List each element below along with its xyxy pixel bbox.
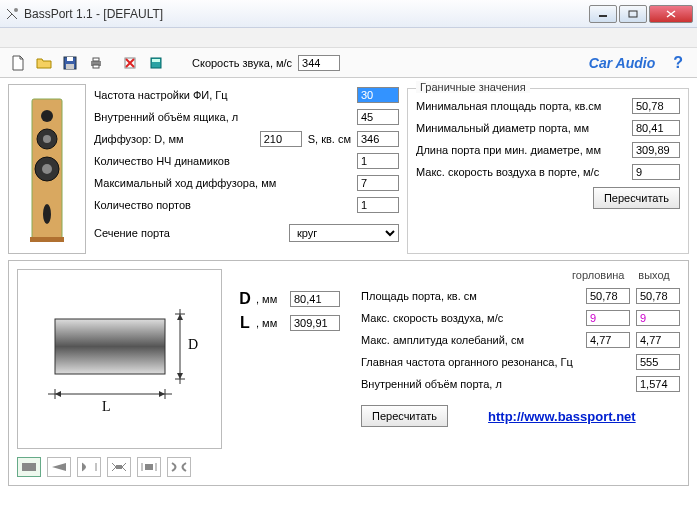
s-input[interactable] xyxy=(357,131,399,147)
minimize-button[interactable] xyxy=(589,5,617,23)
l-symbol: L xyxy=(234,314,256,332)
header-throat: горловина xyxy=(572,269,616,285)
port-vol-value xyxy=(636,376,680,392)
min-diam-value xyxy=(632,120,680,136)
svg-text:D: D xyxy=(188,337,198,352)
tuning-freq-label: Частота настройки ФИ, Гц xyxy=(94,89,357,101)
close-button[interactable] xyxy=(649,5,693,23)
shape-tab-cylinder[interactable] xyxy=(17,457,41,477)
svg-rect-29 xyxy=(22,463,36,471)
min-area-value xyxy=(632,98,680,114)
shape-tab-doubleflare2[interactable] xyxy=(137,457,161,477)
sound-speed-label: Скорость звука, м/c xyxy=(192,57,292,69)
svg-point-18 xyxy=(43,204,51,224)
svg-rect-4 xyxy=(67,57,73,61)
maximize-button[interactable] xyxy=(619,5,647,23)
results-column: горловинавыход Площадь порта, кв. см Мак… xyxy=(361,269,680,477)
lf-count-input[interactable] xyxy=(357,153,399,169)
air-vel-throat xyxy=(586,310,630,326)
port-diagram: D L xyxy=(17,269,222,449)
svg-point-17 xyxy=(42,164,52,174)
organ-value xyxy=(636,354,680,370)
svg-rect-20 xyxy=(55,319,165,374)
print-icon[interactable] xyxy=(86,53,106,73)
help-button[interactable]: ? xyxy=(673,54,683,72)
min-area-label: Минимальная площадь порта, кв.см xyxy=(416,100,632,112)
limits-group: Граничные значения Минимальная площадь п… xyxy=(407,88,689,254)
section-label: Сечение порта xyxy=(94,227,289,239)
max-air-vel-label: Макс. скорость воздуха в порте, м/c xyxy=(416,166,632,178)
header-exit: выход xyxy=(632,269,676,285)
dl-inputs: D, мм L, мм xyxy=(234,269,349,477)
limits-legend: Граничные значения xyxy=(416,81,530,93)
svg-point-0 xyxy=(14,8,18,12)
tuning-freq-input[interactable] xyxy=(357,87,399,103)
titlebar: BassPort 1.1 - [DEFAULT] xyxy=(0,0,697,28)
svg-rect-30 xyxy=(116,465,122,469)
min-diam-label: Минимальный диаметр порта, мм xyxy=(416,122,632,134)
delete-icon[interactable] xyxy=(120,53,140,73)
max-air-vel-value xyxy=(632,164,680,180)
l-unit: , мм xyxy=(256,317,290,329)
shape-tab-flare2[interactable] xyxy=(77,457,101,477)
l-input[interactable] xyxy=(290,315,340,331)
port-area-throat xyxy=(586,288,630,304)
max-excursion-label: Максимальный ход диффузора, мм xyxy=(94,177,357,189)
website-link[interactable]: http://www.bassport.net xyxy=(488,409,636,424)
port-count-input[interactable] xyxy=(357,197,399,213)
len-at-min-label: Длина порта при мин. диаметре, мм xyxy=(416,144,632,156)
new-icon[interactable] xyxy=(8,53,28,73)
port-count-label: Количество портов xyxy=(94,199,357,211)
svg-rect-7 xyxy=(93,58,99,61)
d-symbol: D xyxy=(234,290,256,308)
toolbar: Скорость звука, м/c Car Audio ? xyxy=(0,48,697,78)
svg-text:L: L xyxy=(102,399,111,414)
diffuser-d-label: Диффузор: D, мм xyxy=(94,133,260,145)
svg-rect-31 xyxy=(145,464,153,470)
limits-recalc-button[interactable]: Пересчитать xyxy=(593,187,680,209)
speaker-image xyxy=(8,84,86,254)
window-title: BassPort 1.1 - [DEFAULT] xyxy=(24,7,589,21)
shape-tab-hourglass[interactable] xyxy=(167,457,191,477)
input-parameters: Частота настройки ФИ, Гц Внутренний объё… xyxy=(94,84,399,254)
results-recalc-button[interactable]: Пересчитать xyxy=(361,405,448,427)
box-vol-label: Внутренний объём ящика, л xyxy=(94,111,357,123)
port-vol-label: Внутренний объём порта, л xyxy=(361,378,630,390)
amp-throat xyxy=(586,332,630,348)
air-vel-exit xyxy=(636,310,680,326)
sound-speed-input[interactable] xyxy=(298,55,340,71)
diffuser-d-input[interactable] xyxy=(260,131,302,147)
app-icon xyxy=(4,6,20,22)
amp-label: Макс. амплитуда колебаний, см xyxy=(361,334,580,346)
svg-rect-2 xyxy=(629,11,637,17)
len-at-min-value xyxy=(632,142,680,158)
shape-tab-flare1[interactable] xyxy=(47,457,71,477)
shape-tab-doubleflare1[interactable] xyxy=(107,457,131,477)
d-input[interactable] xyxy=(290,291,340,307)
open-icon[interactable] xyxy=(34,53,54,73)
port-area-exit xyxy=(636,288,680,304)
s-label: S, кв. см xyxy=(308,133,351,145)
max-excursion-input[interactable] xyxy=(357,175,399,191)
car-audio-link[interactable]: Car Audio xyxy=(589,55,655,71)
menubar xyxy=(0,28,697,48)
organ-label: Главная частота органного резонанса, Гц xyxy=(361,356,630,368)
svg-rect-5 xyxy=(66,64,74,69)
lf-count-label: Количество НЧ динамиков xyxy=(94,155,357,167)
svg-rect-8 xyxy=(93,65,99,68)
air-vel-label: Макс. скорость воздуха, м/с xyxy=(361,312,580,324)
port-area-label: Площадь порта, кв. см xyxy=(361,290,580,302)
section-select[interactable]: круг xyxy=(289,224,399,242)
svg-point-15 xyxy=(43,135,51,143)
svg-rect-19 xyxy=(30,237,64,242)
amp-exit xyxy=(636,332,680,348)
box-vol-input[interactable] xyxy=(357,109,399,125)
svg-point-13 xyxy=(41,110,53,122)
results-panel: D L D, мм L, мм горловинавыход Площадь п… xyxy=(8,260,689,486)
d-unit: , мм xyxy=(256,293,290,305)
svg-rect-11 xyxy=(152,59,160,62)
save-icon[interactable] xyxy=(60,53,80,73)
calc-icon[interactable] xyxy=(146,53,166,73)
shape-tabs xyxy=(17,457,222,477)
